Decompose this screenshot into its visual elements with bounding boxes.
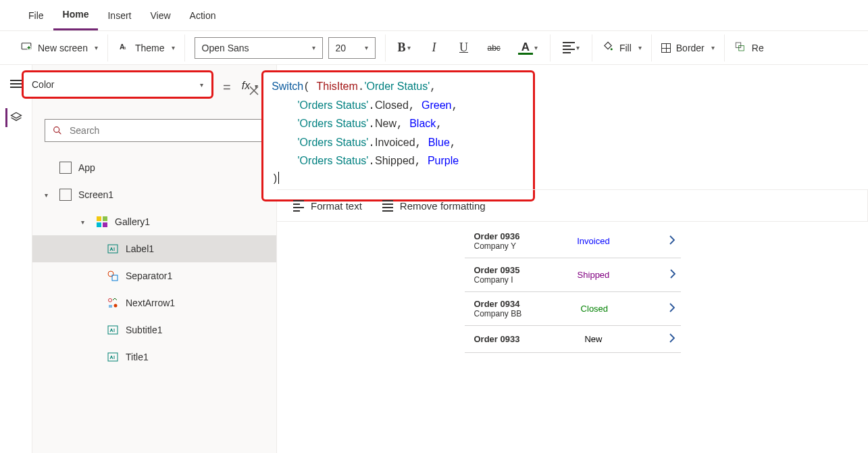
tree-node-nextarrow1[interactable]: NextArrow1 [32, 289, 276, 316]
gallery-row[interactable]: Order 0936 Company Y Invoiced [465, 224, 681, 258]
tree-node-label1[interactable]: Label1 [32, 235, 276, 262]
fill-icon [602, 41, 614, 55]
chevron-right-icon [667, 268, 678, 281]
search-icon [52, 125, 63, 136]
gallery-row[interactable]: Order 0934 Company BB Closed [465, 292, 681, 326]
chevron-down-icon: ▾ [172, 44, 175, 51]
chevron-down-icon: ▾ [200, 81, 203, 89]
svg-rect-9 [103, 216, 107, 221]
tree-node-screen1[interactable]: ▾ Screen1 [32, 181, 276, 208]
gallery-row[interactable]: Order 0935 Company I Shipped [465, 258, 681, 292]
remove-formatting-label: Remove formatting [400, 200, 486, 212]
gallery-row-status: Invoiced [577, 236, 609, 246]
tree-search-input[interactable] [70, 125, 257, 136]
fx-button[interactable]: fx ▾ [238, 70, 261, 92]
tree-node-separator1[interactable]: Separator1 [32, 262, 276, 289]
tree-node-label: Title1 [126, 352, 149, 362]
property-select[interactable]: Color ▾ [22, 70, 213, 99]
menu-file[interactable]: File [19, 0, 53, 30]
fill-button[interactable]: Fill [619, 43, 632, 53]
font-color-button[interactable]: A ▾ [515, 37, 540, 59]
svg-point-13 [108, 271, 113, 277]
border-icon [661, 43, 671, 53]
reorder-button[interactable]: Re [752, 43, 764, 53]
italic-icon: I [432, 41, 436, 55]
label-icon [107, 243, 119, 255]
tree-node-title1[interactable]: Title1 [32, 343, 276, 371]
format-text-icon [293, 200, 304, 212]
svg-rect-5 [736, 43, 741, 48]
chevron-down-icon: ▾ [365, 44, 368, 51]
tree-node-app[interactable]: App [32, 154, 276, 181]
chevron-down-icon: ▾ [95, 44, 98, 51]
formula-editor[interactable]: Switch( ThisItem.'Order Status', 'Orders… [261, 70, 535, 201]
bold-button[interactable]: B▾ [395, 37, 413, 59]
gallery-row-title: Order 0935 [474, 265, 520, 275]
gallery-row-subtitle: Company Y [474, 241, 520, 251]
svg-point-7 [54, 127, 59, 133]
new-screen-icon [20, 41, 32, 55]
theme-button[interactable]: Theme [135, 43, 165, 53]
nextarrow-icon [107, 297, 119, 309]
svg-rect-12 [108, 245, 118, 253]
ribbon: New screen ▾ Aa Theme ▾ Open Sans ▾ 20 ▾… [0, 31, 868, 65]
chevron-right-icon [667, 302, 678, 315]
font-select[interactable]: Open Sans ▾ [195, 37, 323, 59]
chevron-right-icon [667, 333, 678, 345]
gallery-row-title: Order 0934 [474, 299, 522, 309]
tree-node-gallery1[interactable]: ▾ Gallery1 [32, 208, 276, 235]
property-select-value: Color [32, 79, 54, 90]
tree-node-label: Separator1 [126, 270, 172, 281]
remove-formatting-icon [382, 200, 393, 212]
new-screen-button[interactable]: New screen [38, 43, 88, 53]
theme-icon: Aa [118, 41, 130, 55]
tree-node-label: NextArrow1 [126, 297, 175, 308]
format-text-button[interactable]: Format text [293, 200, 362, 212]
menu-home[interactable]: Home [53, 0, 99, 30]
border-button[interactable]: Border [676, 43, 705, 53]
tree-search[interactable] [45, 119, 264, 142]
tree-node-subtitle1[interactable]: Subtitle1 [32, 316, 276, 343]
format-bar: Format text Remove formatting [277, 189, 868, 222]
menu-insert[interactable]: Insert [98, 0, 141, 30]
svg-rect-10 [97, 222, 101, 227]
gallery-icon [96, 216, 108, 228]
screen-icon [59, 189, 72, 201]
gallery-row-status: Closed [581, 304, 608, 314]
chevron-down-icon: ▾ [254, 82, 257, 90]
chevron-right-icon [667, 235, 678, 247]
caret-down-icon: ▾ [45, 191, 53, 199]
fx-icon: fx [242, 80, 250, 92]
font-size-select[interactable]: 20 ▾ [328, 37, 376, 59]
svg-point-15 [109, 299, 112, 302]
gallery-row-title: Order 0936 [474, 231, 520, 241]
italic-button[interactable]: I [426, 37, 443, 59]
layers-icon [9, 111, 23, 124]
menu-action[interactable]: Action [180, 0, 226, 30]
strikethrough-icon: abc [488, 43, 501, 53]
label-icon [107, 324, 119, 336]
svg-text:a: a [123, 45, 126, 51]
svg-point-16 [114, 304, 118, 308]
svg-rect-14 [112, 275, 118, 281]
svg-point-4 [611, 48, 613, 50]
font-size-value: 20 [336, 43, 347, 53]
svg-rect-18 [108, 353, 118, 361]
align-button[interactable]: ▾ [560, 37, 582, 59]
app-icon [59, 162, 72, 174]
tree-node-label: Screen1 [78, 189, 113, 200]
underline-button[interactable]: U [455, 37, 473, 59]
svg-rect-17 [108, 326, 118, 334]
rail-tree-view-button[interactable] [5, 108, 24, 127]
tree-node-label: Gallery1 [115, 216, 150, 227]
menu-view[interactable]: View [141, 0, 180, 30]
underline-icon: U [459, 41, 468, 55]
remove-formatting-button[interactable]: Remove formatting [382, 200, 486, 212]
tree-node-label: Label1 [126, 243, 154, 254]
tree-list: App ▾ Screen1 ▾ Gallery1 Label1 [32, 150, 276, 453]
menu-bar: File Home Insert View Action [0, 0, 868, 31]
reorder-icon [734, 41, 746, 55]
strikethrough-button[interactable]: abc [485, 37, 503, 59]
label-icon [107, 351, 119, 363]
gallery-row[interactable]: Order 0933 New [465, 326, 681, 353]
